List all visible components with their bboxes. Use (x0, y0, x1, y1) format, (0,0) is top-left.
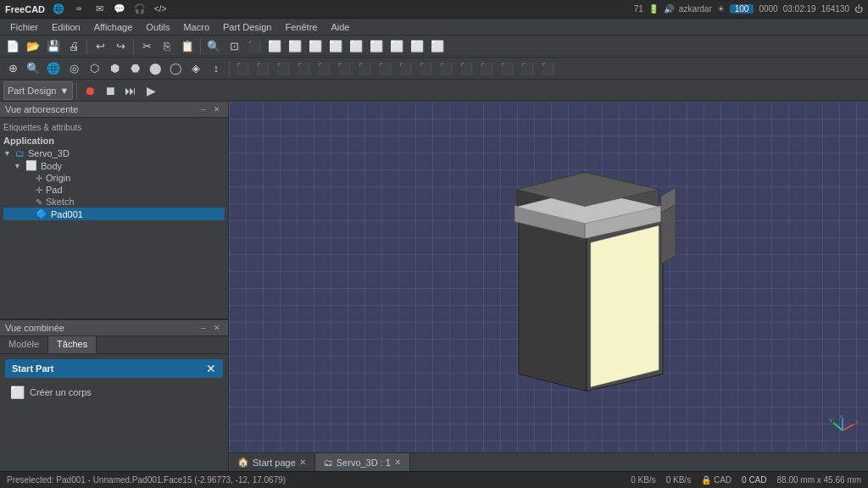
headphone-icon[interactable]: 🎧 (133, 3, 147, 16)
stop-macro-btn[interactable]: ⏹ (101, 81, 120, 100)
wifi-label: azkardar (679, 4, 712, 14)
tb2-btn9[interactable]: ◯ (166, 59, 185, 78)
startpage-tab-close[interactable]: ✕ (299, 458, 306, 467)
menu-partdesign[interactable]: Part Design (216, 21, 278, 33)
tb2-btn22[interactable]: ⬛ (437, 59, 455, 78)
tb2-btn23[interactable]: ⬛ (457, 59, 476, 78)
code-icon[interactable]: </> (153, 3, 167, 16)
menu-aide[interactable]: Aide (324, 21, 356, 33)
menu-fichier[interactable]: Fichier (3, 21, 45, 33)
paste-btn[interactable]: 📋 (178, 37, 197, 56)
tree-icon-servo3d: 🗂 (15, 148, 25, 158)
tree-view-title: Vue arborescente (5, 104, 78, 114)
sep2 (133, 39, 134, 54)
combined-close-btn[interactable]: ✕ (211, 322, 223, 334)
zoom-in-btn[interactable]: 🔍 (204, 37, 223, 56)
view-iso-btn[interactable]: ⬜ (326, 37, 345, 56)
tb2-btn14[interactable]: ⬛ (274, 59, 292, 78)
tb2-btn24[interactable]: ⬛ (477, 59, 496, 78)
task-header: Start Part ✕ (5, 359, 223, 378)
tb2-btn19[interactable]: ⬛ (376, 59, 394, 78)
workbench-selector[interactable]: Part Design ▼ (3, 81, 73, 100)
tree-item-sketch[interactable]: ▷ ✎ Sketch (3, 196, 225, 208)
print-btn[interactable]: 🖨 (64, 37, 83, 56)
view-bottom-btn[interactable]: ⬜ (408, 37, 426, 56)
tree-item-body[interactable]: ▼ ⬜ Body (3, 159, 225, 172)
record-macro-btn[interactable]: ⏺ (81, 81, 99, 100)
zoom-fit-btn[interactable]: ⊡ (225, 37, 243, 56)
menu-edition[interactable]: Edition (45, 21, 87, 33)
tb2-btn18[interactable]: ⬛ (355, 59, 374, 78)
tb2-btn10[interactable]: ◈ (186, 59, 205, 78)
menu-outils[interactable]: Outils (139, 21, 176, 33)
tree-icon-origin: ✛ (36, 174, 42, 183)
tb2-btn25[interactable]: ⬛ (498, 59, 516, 78)
view3d-btn[interactable]: ⬛ (245, 37, 264, 56)
tb2-btn15[interactable]: ⬛ (294, 59, 313, 78)
tb2-btn20[interactable]: ⬛ (396, 59, 415, 78)
tb2-btn11[interactable]: ↕ (207, 59, 225, 78)
step-macro-btn[interactable]: ⏭ (121, 81, 140, 100)
tb2-btn13[interactable]: ⬛ (253, 59, 272, 78)
view-top-btn[interactable]: ⬜ (286, 37, 304, 56)
combined-min-btn[interactable]: – (198, 322, 209, 334)
tb2-btn16[interactable]: ⬛ (314, 59, 333, 78)
tree-min-btn[interactable]: – (198, 103, 209, 115)
open-file-btn[interactable]: 📂 (24, 37, 42, 56)
tb2-btn2[interactable]: 🔍 (24, 59, 42, 78)
mail-icon[interactable]: ✉ (92, 3, 106, 16)
view-right-btn[interactable]: ⬜ (306, 37, 325, 56)
tree-item-pad001[interactable]: ▷ 🔷 Pad001 (3, 208, 225, 220)
view-front-btn[interactable]: ⬜ (265, 37, 284, 56)
tb2-btn5[interactable]: ⬡ (85, 59, 103, 78)
cut-btn[interactable]: ✂ (137, 37, 156, 56)
menu-affichage[interactable]: Affichage (87, 21, 140, 33)
tree-item-pad[interactable]: ▷ ✛ Pad (3, 184, 225, 196)
toolbar-row-2: ⊕ 🔍 🌐 ◎ ⬡ ⬢ ⬣ ⬤ ◯ ◈ ↕ ⬛ ⬛ ⬛ ⬛ ⬛ ⬛ ⬛ ⬛ ⬛ … (0, 58, 868, 80)
tree-item-origin[interactable]: ▷ ✛ Origin (3, 172, 225, 184)
tb2-btn1[interactable]: ⊕ (3, 59, 22, 78)
vp-tab-servo3d[interactable]: 🗂 Servo_3D : 1 ✕ (315, 453, 410, 471)
tab-modele[interactable]: Modèle (0, 336, 48, 353)
battery-icon: 🔋 (648, 4, 659, 14)
task-close-btn[interactable]: ✕ (206, 362, 216, 375)
servo3d-tab-close[interactable]: ✕ (394, 458, 401, 467)
tb2-btn4[interactable]: ◎ (64, 59, 83, 78)
create-body-action[interactable]: ⬜ Créer un corps (5, 383, 223, 402)
tb2-btn3[interactable]: 🌐 (44, 59, 63, 78)
vp-tab-startpage[interactable]: 🏠 Start page ✕ (229, 453, 315, 471)
tb2-btn21[interactable]: ⬛ (416, 59, 435, 78)
tb2-btn17[interactable]: ⬛ (335, 59, 353, 78)
tree-close-btn[interactable]: ✕ (211, 103, 223, 115)
terminal-icon[interactable]: ⌨ (72, 3, 86, 16)
redo-btn[interactable]: ↪ (111, 37, 130, 56)
chat-icon[interactable]: 💬 (113, 3, 126, 16)
workbench-dropdown-icon: ▼ (59, 86, 69, 96)
power-icon[interactable]: ⏻ (854, 4, 863, 14)
run-macro-btn[interactable]: ▶ (142, 81, 160, 100)
new-file-btn[interactable]: 📄 (3, 37, 22, 56)
tb2-btn6[interactable]: ⬢ (105, 59, 124, 78)
app-logo: FreeCAD (5, 4, 45, 14)
copy-btn[interactable]: ⎘ (158, 37, 176, 56)
tree-item-servo3d[interactable]: ▼ 🗂 Servo_3D (3, 147, 225, 159)
view-left-btn[interactable]: ⬜ (367, 37, 386, 56)
view-rear-btn[interactable]: ⬜ (428, 37, 447, 56)
tb2-btn26[interactable]: ⬛ (518, 59, 537, 78)
save-btn[interactable]: 💾 (44, 37, 63, 56)
preselected-status: Preselected: Pad001 - Unnamed.Pad001.Fac… (7, 475, 286, 485)
system-topbar: FreeCAD 🌐 ⌨ ✉ 💬 🎧 </> 71 🔋 🔊 azkardar ☀ … (0, 0, 868, 19)
menu-fenetre[interactable]: Fenêtre (279, 21, 325, 33)
tb2-btn8[interactable]: ⬤ (146, 59, 164, 78)
undo-btn[interactable]: ↩ (91, 37, 109, 56)
tb2-btn7[interactable]: ⬣ (125, 59, 144, 78)
globe-icon[interactable]: 🌐 (52, 3, 65, 16)
viewport[interactable]: X Y Z 🏠 Start page ✕ 🗂 Servo_3D : 1 ✕ (229, 102, 868, 471)
tb2-btn27[interactable]: ⬛ (538, 59, 557, 78)
menu-macro[interactable]: Macro (176, 21, 216, 33)
left-panel: Vue arborescente – ✕ Etiquettes & attrib… (0, 102, 229, 471)
view-iso2-btn[interactable]: ⬜ (347, 37, 365, 56)
tab-taches[interactable]: Tâches (48, 336, 97, 353)
view-back-btn[interactable]: ⬜ (387, 37, 406, 56)
tb2-btn12[interactable]: ⬛ (233, 59, 252, 78)
